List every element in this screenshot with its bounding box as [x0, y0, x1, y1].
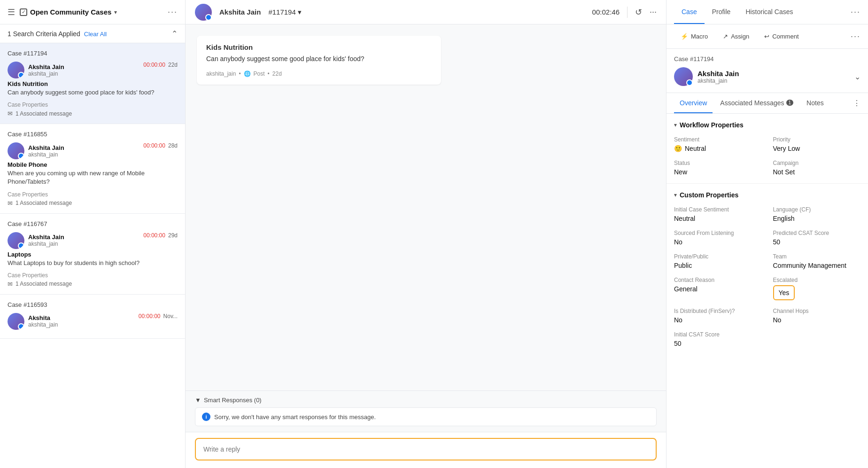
prop-team-value: Community Management: [773, 262, 861, 269]
user-name-col: Akshita Jain akshita_jain: [28, 234, 64, 247]
case-user-row: Akshita Jain akshita_jain 00:00:00 29d: [8, 232, 178, 249]
macro-button[interactable]: ⚡ Macro: [674, 29, 714, 44]
sidebar-header: ☰ ✓ Open Community Cases ▾ ···: [0, 0, 185, 24]
case-time-col: 00:00:00 22d: [143, 62, 178, 68]
prop-initial-csat-label: Initial CSAT Score: [674, 331, 762, 338]
avatar: [8, 232, 24, 249]
filter-collapse-icon[interactable]: ⌃: [171, 29, 178, 38]
more-options-button[interactable]: ···: [650, 7, 657, 17]
custom-properties-header[interactable]: ▾ Custom Properties: [674, 191, 860, 199]
prop-language-value: English: [773, 215, 861, 222]
sidebar-chevron-icon[interactable]: ▾: [114, 9, 117, 16]
tab-case[interactable]: Case: [674, 0, 705, 24]
case-number: Case #116593: [8, 301, 178, 308]
sidebar-checkbox[interactable]: ✓: [20, 8, 27, 16]
prop-contact-reason: Contact Reason General: [674, 277, 762, 300]
right-sub-tabs: Overview Associated Messages 1 Notes ⋮: [666, 93, 868, 114]
message-meta: akshita_jain • 🌐 Post • 22d: [206, 70, 432, 77]
filter-bar: 1 Search Criteria Applied Clear All ⌃: [0, 24, 185, 43]
prop-campaign-label: Campaign: [773, 160, 861, 166]
filter-clear-button[interactable]: Clear All: [84, 31, 107, 38]
prop-status: Status New: [674, 160, 762, 176]
smart-responses-text: Sorry, we don't have any smart responses…: [214, 413, 376, 421]
case-age: Nov...: [163, 313, 178, 320]
case-info-expand-icon[interactable]: ⌄: [854, 72, 860, 81]
sub-tab-notes[interactable]: Notes: [801, 93, 829, 113]
sub-tab-more-icon[interactable]: ⋮: [853, 99, 860, 108]
workflow-properties-grid: Sentiment 🙂 Neutral Priority Very Low St…: [674, 136, 860, 176]
case-item[interactable]: Case #116593 Akshita akshita_jain 00: [0, 295, 185, 339]
case-user-info: Akshita Jain akshita_jain: [8, 232, 64, 249]
prop-initial-sentiment-label: Initial Case Sentiment: [674, 206, 762, 213]
divider: [627, 7, 628, 18]
smart-responses-notice: i Sorry, we don't have any smart respons…: [195, 407, 657, 426]
hamburger-icon[interactable]: ☰: [8, 7, 15, 17]
comment-button[interactable]: ↩ Comment: [758, 29, 805, 44]
prop-channel-hops: Channel Hops No: [773, 308, 861, 324]
info-icon: i: [202, 413, 210, 421]
case-associated: ✉ 1 Associated message: [8, 281, 178, 288]
sub-tab-overview[interactable]: Overview: [674, 93, 713, 113]
case-props-label: Case Properties: [8, 101, 178, 108]
avatar: [8, 62, 24, 78]
case-meta: Case Properties ✉ 1 Associated message: [8, 191, 178, 207]
message-title: Kids Nutrition: [206, 43, 432, 51]
prop-language-label: Language (CF): [773, 206, 861, 213]
case-item[interactable]: Case #116855 Akshita Jain akshita_jain: [0, 124, 185, 213]
case-id-text: #117194: [268, 8, 295, 16]
case-timer: 00:00:00: [139, 313, 161, 320]
sidebar: ☰ ✓ Open Community Cases ▾ ··· 1 Search …: [0, 0, 186, 468]
prop-status-value: New: [674, 168, 762, 176]
case-preview: When are you coming up with new range of…: [8, 169, 178, 186]
right-action-more-icon[interactable]: ···: [851, 31, 860, 41]
prop-language: Language (CF) English: [773, 206, 861, 222]
case-age: 28d: [168, 142, 178, 149]
mail-icon: ✉: [8, 200, 13, 207]
user-name: Akshita Jain: [28, 63, 64, 70]
case-item[interactable]: Case #116767 Akshita Jain akshita_jain: [0, 214, 185, 295]
reply-input[interactable]: [195, 438, 657, 460]
right-tab-more-icon[interactable]: ···: [851, 7, 860, 17]
case-props-label: Case Properties: [8, 191, 178, 198]
assign-label: Assign: [731, 33, 749, 40]
right-panel: Case Profile Historical Cases ··· ⚡ Macr…: [666, 0, 868, 468]
main-header: Akshita Jain #117194 ▾ 00:02:46 ↺ ···: [186, 0, 666, 24]
prop-priority-label: Priority: [773, 136, 861, 143]
custom-collapse-icon: ▾: [674, 192, 677, 198]
case-time-col: 00:00:00 28d: [143, 142, 178, 149]
message-sep2: •: [268, 70, 270, 77]
prop-distributed-finserv-label: Is Distributed (FinServ)?: [674, 308, 762, 314]
user-handle: akshita_jain: [28, 70, 64, 77]
tab-historical-cases[interactable]: Historical Cases: [738, 0, 800, 24]
tab-profile[interactable]: Profile: [705, 0, 738, 24]
prop-private-public-value: Public: [674, 262, 762, 269]
prop-initial-sentiment-value: Neutral: [674, 215, 762, 222]
prop-channel-hops-value: No: [773, 316, 861, 324]
sub-tab-associated-messages[interactable]: Associated Messages 1: [714, 93, 799, 113]
assign-button[interactable]: ↗ Assign: [716, 29, 756, 44]
case-id-button[interactable]: #117194 ▾: [268, 8, 301, 16]
workflow-properties-header[interactable]: ▾ Workflow Properties: [674, 121, 860, 129]
refresh-button[interactable]: ↺: [635, 7, 642, 17]
sidebar-more-icon[interactable]: ···: [168, 7, 178, 17]
case-timer: 00:00:00: [143, 232, 165, 239]
message-card: Kids Nutrition Can anybody suggest some …: [197, 36, 441, 85]
prop-sentiment-label: Sentiment: [674, 136, 762, 143]
case-item[interactable]: Case #117194 Akshita Jain akshita_jain: [0, 43, 185, 124]
user-name-col: Akshita akshita_jain: [28, 314, 58, 328]
contact-name: Akshita Jain: [219, 8, 261, 16]
case-preview: Can anybody suggest some good place for …: [8, 88, 178, 97]
prop-escalated-value: Yes: [773, 285, 795, 300]
smart-responses-toggle[interactable]: ▼ Smart Responses (0): [195, 397, 657, 404]
smart-responses-label: Smart Responses (0): [204, 397, 262, 404]
avatar-badge: [18, 242, 24, 249]
avatar-badge: [18, 153, 24, 159]
case-info-handle: akshita_jain: [698, 78, 739, 84]
prop-private-public-label: Private/Public: [674, 253, 762, 260]
tab-case-label: Case: [682, 8, 697, 16]
case-user-info: Akshita akshita_jain: [8, 313, 58, 330]
message-body: Can anybody suggest some good place for …: [206, 54, 432, 64]
tab-historical-label: Historical Cases: [745, 8, 793, 16]
prop-sourced-listening-label: Sourced From Listening: [674, 230, 762, 236]
case-number: Case #116767: [8, 220, 178, 227]
